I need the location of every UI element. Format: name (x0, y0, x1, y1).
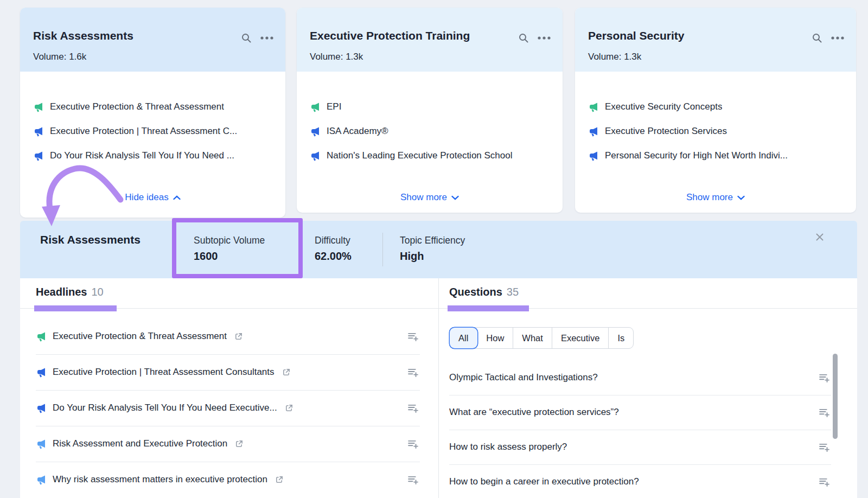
add-to-list-icon[interactable] (407, 367, 420, 378)
headlines-heading: Headlines10 (36, 286, 104, 298)
headline-row[interactable]: Why risk assessment matters in executive… (36, 462, 420, 497)
question-label: Olympic Tactical and Investigations? (449, 372, 598, 383)
headline-label: Executive Protection & Threat Assessment (53, 331, 227, 342)
idea-label: ISA Academy® (327, 126, 388, 137)
hide-ideas-link[interactable]: Hide ideas (20, 192, 285, 203)
add-to-list-icon[interactable] (819, 476, 831, 488)
filter-tab-how[interactable]: How (477, 328, 513, 348)
filter-tab-all[interactable]: All (450, 328, 477, 348)
filter-tab-what[interactable]: What (513, 328, 552, 348)
filter-tab-executive[interactable]: Executive (552, 328, 609, 348)
external-link-icon[interactable] (282, 368, 291, 377)
show-more-link[interactable]: Show more (297, 192, 563, 203)
close-icon[interactable] (813, 231, 826, 244)
chevron-up-icon (173, 192, 181, 203)
add-to-list-icon[interactable] (819, 372, 831, 384)
headline-row[interactable]: Executive Protection & Threat Assessment (36, 318, 420, 355)
idea-item[interactable]: Executive Protection | Threat Assessment… (33, 119, 278, 143)
idea-label: EPI (327, 101, 341, 112)
card-title: Personal Security (588, 29, 684, 42)
card-header: Executive Protection Training Volume: 1.… (297, 8, 563, 72)
hide-ideas-label: Hide ideas (125, 192, 168, 203)
show-more-label: Show more (400, 192, 447, 203)
idea-item[interactable]: Personal Security for High Net Worth Ind… (588, 143, 848, 168)
idea-label: Executive Protection | Threat Assessment… (50, 126, 237, 137)
megaphone-icon (36, 331, 47, 342)
external-link-icon[interactable] (234, 332, 243, 341)
question-row[interactable]: What are “executive protection services”… (449, 395, 831, 430)
external-link-icon[interactable] (234, 439, 244, 449)
idea-item[interactable]: Executive Protection Services (588, 119, 848, 143)
headlines-count: 10 (91, 286, 103, 298)
add-to-list-icon[interactable] (407, 474, 420, 486)
scrollbar-thumb[interactable] (833, 354, 838, 439)
difficulty-value: 62.00% (315, 250, 352, 263)
headline-label: Do Your Risk Analysis Tell You If You Ne… (53, 403, 277, 413)
card-header: Risk Assessments Volume: 1.6k (20, 8, 285, 72)
megaphone-icon (588, 101, 599, 112)
add-to-list-icon[interactable] (407, 438, 420, 450)
topic-research-board: Risk Assessments Volume: 1.6k Executive … (0, 0, 868, 498)
megaphone-icon (36, 403, 47, 413)
megaphone-icon (36, 367, 47, 378)
external-link-icon[interactable] (275, 475, 284, 484)
topic-efficiency-label: Topic Efficiency (400, 235, 465, 246)
megaphone-icon (36, 474, 47, 485)
card-title: Risk Assessments (33, 29, 133, 42)
idea-label: Nation's Leading Executive Protection Sc… (327, 150, 513, 161)
megaphone-icon (36, 438, 47, 449)
idea-label: Personal Security for High Net Worth Ind… (605, 150, 788, 161)
detail-panel-title: Risk Assessments (40, 233, 141, 246)
search-icon[interactable] (241, 33, 252, 43)
add-to-list-icon[interactable] (819, 407, 831, 418)
idea-item[interactable]: Executive Security Concepts (588, 94, 848, 119)
add-to-list-icon[interactable] (819, 442, 831, 453)
detail-panel-body: Headlines10 Executive Protection & Threa… (20, 278, 857, 498)
more-options-icon[interactable] (538, 36, 551, 40)
metric-divider (382, 233, 383, 266)
idea-item[interactable]: Nation's Leading Executive Protection Sc… (310, 143, 555, 168)
idea-label: Executive Protection Services (605, 126, 727, 137)
search-icon[interactable] (812, 33, 822, 43)
more-options-icon[interactable] (260, 36, 273, 40)
add-to-list-icon[interactable] (407, 403, 420, 414)
question-label: How to begin a career in executive prote… (449, 476, 639, 487)
questions-title: Questions (449, 286, 502, 298)
card-volume: Volume: 1.3k (588, 52, 641, 62)
column-divider (438, 278, 439, 498)
idea-list: Executive Security Concepts Executive Pr… (588, 94, 848, 168)
filter-tab-is[interactable]: Is (609, 328, 633, 348)
idea-list: Executive Protection & Threat Assessment… (33, 94, 278, 168)
more-options-icon[interactable] (831, 36, 844, 40)
megaphone-icon (33, 150, 44, 161)
card-volume: Volume: 1.3k (310, 52, 363, 62)
add-to-list-icon[interactable] (407, 331, 420, 342)
external-link-icon[interactable] (284, 404, 293, 413)
headline-row[interactable]: Executive Protection | Threat Assessment… (36, 354, 420, 391)
headline-row[interactable]: Do Your Risk Analysis Tell You If You Ne… (36, 390, 420, 426)
idea-item[interactable]: Do Your Risk Analysis Tell You If You Ne… (33, 143, 278, 168)
heading-divider (20, 308, 857, 309)
idea-item[interactable]: EPI (310, 94, 555, 119)
question-row[interactable]: How to risk assess properly? (449, 430, 831, 465)
idea-item[interactable]: Executive Protection & Threat Assessment (33, 94, 278, 119)
question-row[interactable]: How to begin a career in executive prote… (449, 464, 831, 498)
headline-row[interactable]: Risk Assessment and Executive Protection (36, 426, 420, 462)
card-volume: Volume: 1.6k (33, 52, 86, 62)
question-filter-tabs: All How What Executive Is (449, 327, 634, 349)
megaphone-icon (310, 126, 321, 137)
show-more-link[interactable]: Show more (575, 192, 856, 203)
idea-item[interactable]: ISA Academy® (310, 119, 555, 143)
difficulty-label: Difficulty (315, 235, 350, 246)
headline-label: Executive Protection | Threat Assessment… (53, 367, 275, 378)
question-row[interactable]: Olympic Tactical and Investigations? (449, 360, 831, 395)
search-icon[interactable] (518, 33, 529, 43)
topic-card-executive-protection-training: Executive Protection Training Volume: 1.… (297, 8, 563, 213)
headline-label: Why risk assessment matters in executive… (53, 474, 267, 485)
headlines-title: Headlines (36, 286, 87, 298)
questions-heading: Questions35 (449, 286, 519, 298)
card-title: Executive Protection Training (310, 29, 470, 42)
headline-label: Risk Assessment and Executive Protection (53, 438, 227, 449)
megaphone-icon (588, 126, 599, 137)
chevron-down-icon (451, 192, 459, 203)
